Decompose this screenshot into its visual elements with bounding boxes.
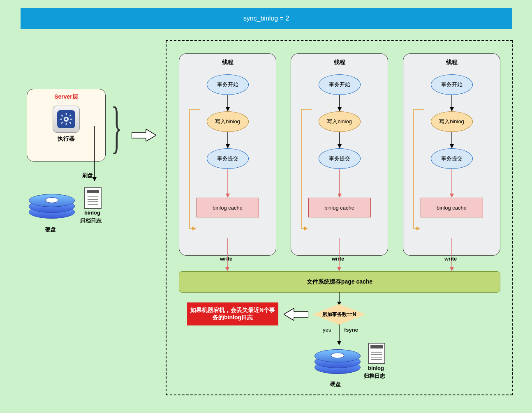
thread-box-1: 线程 事务开始 写入binlog 事务提交 binlog cache bbox=[179, 53, 276, 256]
write-label-2: write bbox=[332, 256, 344, 262]
arrow-right-icon bbox=[132, 129, 156, 141]
thread-box-3: 线程 事务开始 写入binlog 事务提交 binlog cache bbox=[403, 53, 500, 256]
svg-marker-22 bbox=[338, 144, 342, 148]
gear-icon bbox=[53, 106, 80, 133]
file-icon bbox=[84, 187, 102, 209]
svg-marker-11 bbox=[132, 129, 156, 141]
binlog-label-left-1: binlog bbox=[84, 210, 100, 216]
svg-marker-34 bbox=[225, 267, 229, 271]
svg-rect-2 bbox=[66, 113, 67, 115]
svg-marker-31 bbox=[450, 194, 454, 198]
fsync-label: fsync bbox=[344, 327, 358, 333]
arrow-down-icon bbox=[335, 95, 344, 111]
arrow-down-red-icon bbox=[335, 169, 344, 198]
tx-commit-3: 事务提交 bbox=[431, 148, 473, 169]
tx-start-2: 事务开始 bbox=[319, 74, 361, 95]
write-label-1: write bbox=[220, 256, 232, 262]
binlog-cache-1: binlog cache bbox=[197, 198, 259, 217]
write-binlog-2: 写入binlog bbox=[319, 111, 361, 132]
arrow-left-icon bbox=[284, 308, 308, 321]
yes-label: yes bbox=[323, 327, 331, 333]
write-arrow-3 bbox=[448, 238, 456, 271]
orange-connector-3 bbox=[412, 109, 424, 233]
svg-marker-32 bbox=[416, 226, 420, 231]
title-text: sync_binlog = 2 bbox=[243, 15, 289, 22]
binlog-cache-3: binlog cache bbox=[421, 198, 483, 217]
svg-marker-20 bbox=[338, 107, 342, 111]
warning-box: 如果机器宕机，会丢失最近N个事务的binlog日志 bbox=[187, 302, 278, 325]
orange-connector-2 bbox=[299, 109, 312, 233]
thread-title-1: 线程 bbox=[179, 59, 276, 66]
condition-diamond: 累加事务数==N bbox=[312, 304, 366, 325]
svg-marker-15 bbox=[226, 144, 230, 148]
svg-rect-9 bbox=[69, 115, 71, 117]
write-binlog-1: 写入binlog bbox=[207, 111, 249, 132]
svg-rect-3 bbox=[66, 123, 67, 125]
svg-rect-4 bbox=[60, 119, 62, 120]
arrow-down-icon bbox=[448, 95, 456, 111]
svg-marker-42 bbox=[337, 341, 341, 345]
binlog-cache-2: binlog cache bbox=[308, 198, 371, 217]
svg-marker-17 bbox=[226, 194, 230, 198]
arrow-down-icon bbox=[224, 95, 232, 111]
tx-start-3: 事务开始 bbox=[431, 74, 473, 95]
svg-marker-43 bbox=[284, 308, 308, 321]
disk-icon-bottom bbox=[315, 345, 360, 378]
thread-title-3: 线程 bbox=[403, 59, 500, 66]
file-icon-bottom bbox=[368, 343, 385, 364]
svg-rect-8 bbox=[61, 122, 63, 124]
write-arrow-2 bbox=[335, 238, 343, 271]
thread-title-2: 线程 bbox=[291, 59, 388, 66]
binlog-label-bottom-1: binlog bbox=[368, 365, 384, 371]
svg-marker-27 bbox=[450, 107, 454, 111]
arrow-down-red-icon bbox=[448, 169, 456, 198]
svg-rect-6 bbox=[61, 115, 63, 117]
dashed-frame: 线程 事务开始 写入binlog 事务提交 binlog cache 线程 事务… bbox=[166, 40, 513, 395]
svg-marker-38 bbox=[450, 267, 454, 271]
svg-marker-13 bbox=[226, 107, 230, 111]
page-cache-box: 文件系统缓存page cache bbox=[179, 271, 500, 293]
svg-rect-7 bbox=[69, 122, 71, 124]
arrow-diamond-to-disk bbox=[335, 325, 343, 345]
flush-label: 刷盘 bbox=[82, 172, 93, 179]
arrow-pagecache-to-diamond bbox=[335, 292, 343, 306]
svg-marker-29 bbox=[450, 144, 454, 148]
binlog-label-bottom-2: 归档日志 bbox=[364, 372, 385, 380]
svg-marker-24 bbox=[338, 194, 342, 198]
arrow-down-icon bbox=[448, 132, 456, 148]
brace-icon: } bbox=[111, 94, 122, 160]
thread-box-2: 线程 事务开始 写入binlog 事务提交 binlog cache bbox=[291, 53, 388, 256]
binlog-label-left-2: 归档日志 bbox=[80, 217, 102, 224]
write-arrow-1 bbox=[223, 238, 231, 271]
write-label-3: write bbox=[444, 256, 457, 262]
tx-start-1: 事务开始 bbox=[207, 74, 249, 95]
svg-marker-25 bbox=[304, 226, 308, 231]
server-title: Server层 bbox=[27, 93, 105, 101]
tx-commit-2: 事务提交 bbox=[319, 148, 361, 169]
svg-marker-18 bbox=[192, 226, 196, 231]
disk-label-left: 硬盘 bbox=[45, 226, 56, 233]
arrow-down-red-icon bbox=[224, 169, 232, 198]
disk-icon bbox=[29, 190, 74, 223]
tx-commit-1: 事务提交 bbox=[207, 148, 249, 169]
arrow-down-icon bbox=[224, 132, 232, 148]
disk-label-bottom: 硬盘 bbox=[330, 381, 341, 388]
svg-rect-5 bbox=[70, 119, 72, 120]
orange-connector-1 bbox=[187, 109, 200, 233]
svg-marker-10 bbox=[93, 177, 97, 181]
svg-point-1 bbox=[65, 118, 67, 120]
title-bar: sync_binlog = 2 bbox=[21, 8, 512, 29]
arrow-down-icon bbox=[335, 132, 344, 148]
write-binlog-3: 写入binlog bbox=[431, 111, 473, 132]
svg-marker-36 bbox=[337, 267, 341, 271]
